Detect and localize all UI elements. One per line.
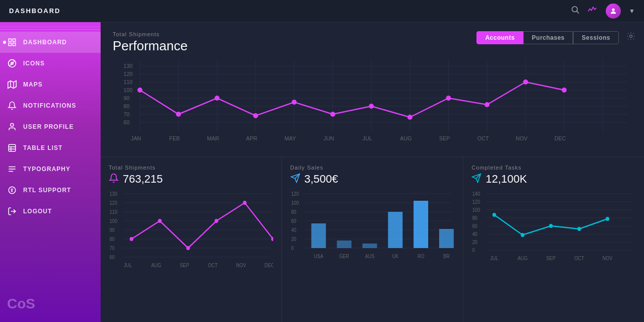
top-chart-container: 130 120 110 100 90 80 70 60 <box>113 59 632 151</box>
svg-text:80: 80 <box>291 209 296 215</box>
typography-icon <box>7 164 17 174</box>
svg-point-55 <box>253 113 258 118</box>
svg-point-2 <box>612 8 614 11</box>
tab-purchases[interactable]: Purchases <box>523 31 573 44</box>
svg-point-61 <box>485 102 490 107</box>
panel3-value-row: 12,100K <box>471 173 636 186</box>
search-icon[interactable] <box>571 5 580 17</box>
icons-icon <box>7 58 17 68</box>
svg-text:NOV: NOV <box>603 256 613 262</box>
panel2-chart: 120 100 80 60 40 20 0 <box>290 190 455 318</box>
svg-text:120: 120 <box>291 191 298 197</box>
svg-text:80: 80 <box>110 236 115 243</box>
svg-text:MAR: MAR <box>207 135 219 141</box>
svg-rect-4 <box>13 39 16 41</box>
settings-icon[interactable] <box>626 31 636 44</box>
sidebar-label-typography: TYPOGRAPHY <box>23 166 70 173</box>
svg-text:UK: UK <box>392 254 398 260</box>
svg-point-95 <box>215 219 218 223</box>
svg-text:40: 40 <box>472 231 477 237</box>
svg-text:AUG: AUG <box>151 263 162 269</box>
main-content: Total Shipments Performance Accounts Pur… <box>101 22 644 322</box>
svg-text:110: 110 <box>124 79 133 85</box>
svg-point-92 <box>130 237 133 241</box>
svg-text:60: 60 <box>291 218 296 224</box>
svg-text:60: 60 <box>124 119 130 125</box>
svg-text:OCT: OCT <box>477 135 489 141</box>
svg-point-152 <box>549 224 553 228</box>
panel-tasks: Completed Tasks 12,100K 140 120 100 80 6… <box>463 157 644 322</box>
svg-text:100: 100 <box>124 87 133 93</box>
sidebar-item-typography[interactable]: TYPOGRAPHY <box>0 158 101 180</box>
svg-rect-124 <box>414 201 428 248</box>
svg-point-154 <box>606 217 609 221</box>
svg-text:100: 100 <box>291 200 298 206</box>
svg-text:90: 90 <box>110 227 115 233</box>
svg-point-62 <box>523 79 528 85</box>
svg-rect-125 <box>439 229 453 248</box>
top-chart-section: Total Shipments Performance Accounts Pur… <box>101 22 644 157</box>
sidebar-item-user-profile[interactable]: USER PROFILE <box>0 116 101 137</box>
sidebar-item-rtl-support[interactable]: RTL SUPPORT <box>0 180 101 201</box>
svg-text:80: 80 <box>124 103 130 109</box>
dashboard-icon <box>7 37 17 47</box>
svg-text:20: 20 <box>291 236 296 243</box>
svg-text:RO: RO <box>417 254 424 260</box>
svg-text:JAN: JAN <box>131 135 141 141</box>
svg-text:70: 70 <box>110 246 115 252</box>
svg-point-94 <box>186 246 190 250</box>
panel1-value-row: 763,215 <box>109 173 273 186</box>
panel-shipments: Total Shipments 763,215 130 120 110 100 … <box>101 157 282 322</box>
svg-text:130: 130 <box>124 63 133 69</box>
topbar: DASHBOARD ▼ <box>0 0 644 22</box>
sidebar-item-notifications[interactable]: NOTIFICATIONS <box>0 95 101 116</box>
panel3-chart: 140 120 100 80 60 40 20 0 <box>471 190 636 318</box>
topbar-title: DASHBOARD <box>9 7 571 15</box>
svg-text:OCT: OCT <box>575 256 584 262</box>
sidebar-item-table-list[interactable]: TABLE LIST <box>0 137 101 158</box>
panel1-subtitle: Total Shipments <box>109 165 273 171</box>
signal-icon[interactable] <box>588 6 598 16</box>
svg-point-0 <box>572 7 578 12</box>
panel3-icon <box>471 173 481 186</box>
active-dot <box>3 41 6 44</box>
svg-point-53 <box>176 112 181 117</box>
user-profile-icon <box>7 122 17 132</box>
svg-text:AUS: AUS <box>365 254 374 260</box>
svg-text:120: 120 <box>124 71 133 77</box>
svg-text:NOV: NOV <box>516 135 528 141</box>
svg-point-151 <box>521 233 524 237</box>
svg-point-54 <box>214 96 219 101</box>
panel3-value: 12,100K <box>486 173 527 186</box>
sidebar-item-dashboard[interactable]: DASHBOARD <box>0 32 101 53</box>
sidebar-item-icons[interactable]: ICONS <box>0 53 101 74</box>
avatar[interactable] <box>606 4 621 19</box>
svg-point-60 <box>446 96 451 101</box>
tab-accounts[interactable]: Accounts <box>476 31 523 44</box>
svg-text:60: 60 <box>472 223 477 229</box>
svg-point-12 <box>11 123 14 126</box>
tab-sessions[interactable]: Sessions <box>573 31 619 44</box>
panel-sales: Daily Sales 3,500€ 120 100 80 60 40 20 0 <box>282 157 464 322</box>
maps-icon <box>7 79 17 90</box>
svg-point-57 <box>330 112 335 117</box>
svg-text:JUL: JUL <box>124 263 132 269</box>
sidebar-label-dashboard: DASHBOARD <box>23 39 67 46</box>
chevron-down-icon[interactable]: ▼ <box>629 8 635 15</box>
notifications-icon <box>7 101 17 111</box>
svg-text:APR: APR <box>246 135 257 141</box>
svg-text:90: 90 <box>124 95 130 101</box>
sidebar-label-maps: MAPS <box>23 81 43 88</box>
svg-text:OCT: OCT <box>208 263 217 269</box>
panel2-value: 3,500€ <box>304 173 338 186</box>
panel1-chart: 130 120 110 100 90 80 70 60 <box>109 190 273 318</box>
svg-rect-13 <box>9 144 16 151</box>
svg-point-153 <box>578 227 581 231</box>
svg-rect-121 <box>337 240 351 248</box>
sidebar-item-maps[interactable]: MAPS <box>0 74 101 95</box>
svg-text:AUG: AUG <box>518 256 528 262</box>
sidebar-item-logout[interactable]: LOGOUT <box>0 201 101 222</box>
svg-point-52 <box>137 88 142 93</box>
svg-point-59 <box>408 115 413 120</box>
svg-text:SEP: SEP <box>180 263 189 269</box>
